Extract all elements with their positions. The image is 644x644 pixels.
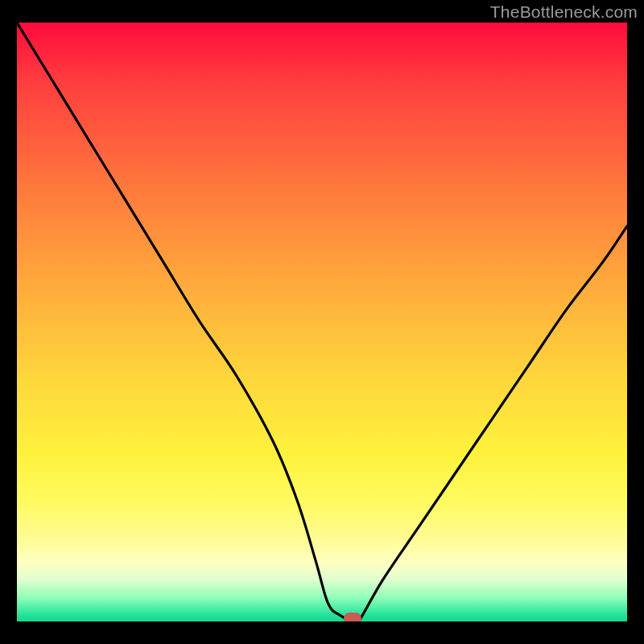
bottleneck-curve — [17, 23, 627, 621]
watermark-text: TheBottleneck.com — [490, 2, 638, 22]
chart-frame: TheBottleneck.com — [0, 0, 644, 644]
plot-area — [17, 23, 627, 621]
optimum-marker — [344, 613, 361, 621]
curve-layer — [17, 23, 627, 621]
